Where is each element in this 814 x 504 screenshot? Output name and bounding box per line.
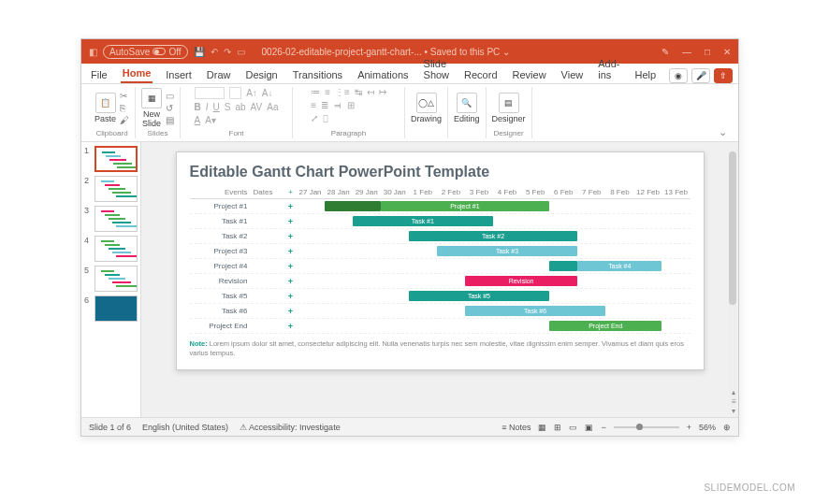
gantt-bar[interactable]: Task #4 xyxy=(577,261,661,271)
gantt-bar[interactable]: Project End xyxy=(549,321,661,331)
chevron-down-icon[interactable]: ⌄ xyxy=(502,47,510,57)
maximize-icon[interactable]: □ xyxy=(705,47,710,57)
tab-slide-show[interactable]: Slide Show xyxy=(422,55,452,83)
tab-help[interactable]: Help xyxy=(633,66,659,83)
watermark: SLIDEMODEL.COM xyxy=(704,482,795,493)
scroll-up-icon[interactable]: ▴ xyxy=(732,388,736,396)
gantt-bar[interactable]: Task #1 xyxy=(353,216,493,226)
copy-icon[interactable]: ⎘ xyxy=(120,103,129,113)
tab-record[interactable]: Record xyxy=(462,66,499,83)
thumbnail-6[interactable]: 6 xyxy=(81,294,140,324)
collapse-ribbon-icon[interactable]: ⌄ xyxy=(715,87,731,138)
gantt-row: Task #2+Task #2 xyxy=(190,229,690,244)
mic-icon[interactable]: 🎤 xyxy=(691,68,710,83)
view-reading-icon[interactable]: ▭ xyxy=(569,423,577,432)
ribbon: 📋Paste ✂⎘🖌 Clipboard ▦New Slide ▭↺▤ Slid… xyxy=(81,84,738,142)
gantt-row: Project End+Project End xyxy=(190,319,690,334)
undo-icon[interactable]: ↶ xyxy=(211,47,218,57)
tab-review[interactable]: Review xyxy=(511,66,548,83)
new-slide-button[interactable]: ▦New Slide xyxy=(141,88,162,128)
slideshow-icon[interactable]: ▭ xyxy=(237,47,245,57)
redo-icon[interactable]: ↷ xyxy=(224,47,231,57)
gantt-row: Revision+Revision xyxy=(190,274,690,289)
format-painter-icon[interactable]: 🖌 xyxy=(120,115,129,125)
titlebar: ◧ AutoSave Off 💾 ↶ ↷ ▭ 0026-02-editable-… xyxy=(81,39,738,64)
view-normal-icon[interactable]: ▦ xyxy=(538,423,546,432)
gantt-bar[interactable]: Task #3 xyxy=(437,246,577,256)
tab-animations[interactable]: Animations xyxy=(356,66,410,83)
reset-icon[interactable]: ↺ xyxy=(166,103,174,113)
autosave-toggle[interactable]: AutoSave Off xyxy=(103,45,188,59)
work-area: 123456 Editable Gantt Chart PowerPoint T… xyxy=(81,142,738,417)
view-slideshow-icon[interactable]: ▣ xyxy=(585,423,593,432)
tab-file[interactable]: File xyxy=(89,66,109,83)
gantt-row: Project #3+Task #3 xyxy=(190,244,690,259)
zoom-out-icon[interactable]: − xyxy=(601,423,605,432)
gantt-bar[interactable]: Task #2 xyxy=(409,231,577,241)
language-status[interactable]: English (United States) xyxy=(142,423,228,432)
section-icon[interactable]: ▤ xyxy=(166,115,174,125)
tab-home[interactable]: Home xyxy=(121,65,153,83)
toggle-icon xyxy=(153,48,166,55)
drawing-button[interactable]: ◯△Drawing xyxy=(411,93,442,123)
thumbnail-4[interactable]: 4 xyxy=(81,234,140,264)
vertical-scrollbar[interactable] xyxy=(729,151,736,408)
gantt-bar[interactable]: Project #1 xyxy=(381,201,549,211)
share-icon[interactable]: ⇧ xyxy=(714,68,733,83)
gantt-row: Task #6+Task #6 xyxy=(190,304,690,319)
gantt-bar[interactable]: Task #5 xyxy=(409,291,549,301)
tab-view[interactable]: View xyxy=(560,66,586,83)
minimize-icon[interactable]: — xyxy=(682,47,691,57)
gantt-bar[interactable]: Revision xyxy=(465,276,577,286)
camera-icon[interactable]: ◉ xyxy=(669,68,688,83)
app-icon: ◧ xyxy=(89,47,97,57)
gantt-row: Task #5+Task #5 xyxy=(190,289,690,304)
zoom-in-icon[interactable]: + xyxy=(687,423,691,432)
thumbnail-1[interactable]: 1 xyxy=(81,144,140,174)
tab-design[interactable]: Design xyxy=(243,66,279,83)
gantt-row: Project #1+Project #1 xyxy=(190,199,690,214)
gantt-bar[interactable] xyxy=(549,261,577,271)
gantt-row: Project #4+Task #4 xyxy=(190,259,690,274)
paste-button[interactable]: 📋Paste xyxy=(94,93,116,123)
save-icon[interactable]: 💾 xyxy=(194,47,205,57)
gantt-bar[interactable]: Task #6 xyxy=(465,306,605,316)
ribbon-tabs: FileHomeInsertDrawDesignTransitionsAnima… xyxy=(81,64,738,84)
file-name[interactable]: 0026-02-editable-project-gantt-chart-... xyxy=(262,47,422,57)
close-icon[interactable]: ✕ xyxy=(723,47,731,57)
slide[interactable]: Editable Gantt Chart PowerPoint Template… xyxy=(176,151,705,370)
pencil-icon[interactable]: ✎ xyxy=(661,47,669,57)
notes-button[interactable]: ≡ Notes xyxy=(501,423,531,432)
tab-insert[interactable]: Insert xyxy=(164,66,194,83)
gantt-row: Task #1+Task #1 xyxy=(190,214,690,229)
gantt-bar[interactable] xyxy=(325,201,381,211)
fit-window-icon[interactable]: ⊕ xyxy=(723,423,731,432)
thumbnail-3[interactable]: 3 xyxy=(81,204,140,234)
powerpoint-window: ◧ AutoSave Off 💾 ↶ ↷ ▭ 0026-02-editable-… xyxy=(80,38,739,437)
scroll-menu-icon[interactable]: ≡ xyxy=(732,397,736,406)
statusbar: Slide 1 of 6 English (United States) ⚠ A… xyxy=(81,417,738,436)
editing-button[interactable]: 🔍Editing xyxy=(454,93,480,123)
zoom-slider[interactable] xyxy=(614,426,679,428)
tab-draw[interactable]: Draw xyxy=(205,66,233,83)
layout-icon[interactable]: ▭ xyxy=(166,91,174,101)
slide-canvas: Editable Gantt Chart PowerPoint Template… xyxy=(141,142,738,417)
scroll-down-icon[interactable]: ▾ xyxy=(732,407,736,415)
tab-add-ins[interactable]: Add-ins xyxy=(596,55,621,83)
note-text: Note: Lorem ipsum dolor sit amet, consec… xyxy=(190,339,690,358)
accessibility-status[interactable]: ⚠ Accessibility: Investigate xyxy=(240,423,341,432)
zoom-level[interactable]: 56% xyxy=(699,423,716,432)
view-sorter-icon[interactable]: ⊞ xyxy=(554,423,561,432)
slide-counter[interactable]: Slide 1 of 6 xyxy=(89,423,131,432)
cut-icon[interactable]: ✂ xyxy=(120,91,129,101)
thumbnail-2[interactable]: 2 xyxy=(81,174,140,204)
tab-transitions[interactable]: Transitions xyxy=(291,66,344,83)
designer-button[interactable]: ▤Designer xyxy=(492,93,526,123)
slide-title: Editable Gantt Chart PowerPoint Template xyxy=(190,164,690,180)
slide-thumbnails[interactable]: 123456 xyxy=(81,142,141,417)
thumbnail-5[interactable]: 5 xyxy=(81,264,140,294)
